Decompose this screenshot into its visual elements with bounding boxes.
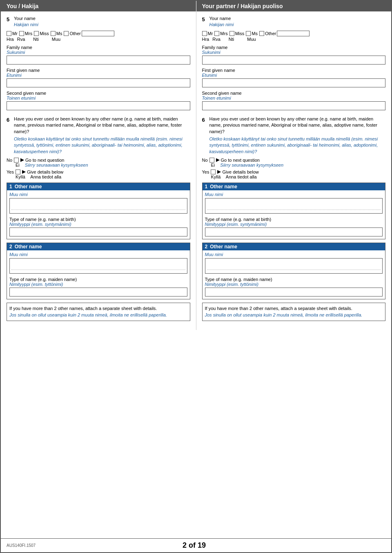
family-name-input-right[interactable] [202,56,386,65]
mr-label-left: Mr [12,31,18,36]
mr-checkbox-left[interactable] [7,31,11,36]
note-left: If you have more than 2 other names, att… [7,303,190,321]
mrs-checkbox-left[interactable] [19,31,24,36]
type-label-1-left: Type of name (e.g. name at birth) Nimity… [9,217,187,227]
header-right: Your partner / Hakijan puoliso [196,1,392,11]
other-input-left[interactable] [82,31,114,36]
other-name-1-input-right[interactable] [205,198,383,214]
other-name-1-header-right: 1 Other name [203,183,385,190]
other-input-right[interactable] [277,31,310,36]
ms-item-right: Ms [246,31,258,36]
q5-label-fi-right: Hakijan nimi [209,22,386,28]
mr-checkbox-right[interactable] [202,31,207,36]
rva-label-left: Rva [17,37,25,42]
other-checkbox-right[interactable] [259,31,264,36]
miss-label-left: Miss [40,31,49,36]
no-row-left: No ▶ Go to next question [7,157,190,163]
rva-label-right: Rva [212,37,220,42]
other-name-2-header-right: 2 Other name [203,243,385,250]
first-given-input-right[interactable] [202,78,386,87]
family-name-input-left[interactable] [7,56,190,65]
mr-item-left: Mr [7,31,18,36]
other-checkbox-left[interactable] [64,31,69,36]
note-right: If you have more than 2 other names, att… [202,303,386,321]
yes-fi-right: Kyllä [211,174,221,179]
second-given-fi-right: Toinen etunimi [202,96,231,100]
type-input-2-left[interactable] [9,288,187,297]
type-en-1-right: Type of name (e.g. name at birth) [205,217,272,222]
right-column: 5 Your name Hakijan nimi Mr [196,11,392,330]
yes-en-right: Yes [202,169,209,174]
ms-checkbox-left[interactable] [51,31,56,36]
other-name-2-header-left: 2 Other name [7,243,190,250]
q6-right: 6 Have you ever used or been known by an… [202,116,386,321]
label-en-2-right: Other name [210,244,237,250]
other-name-1-body-left: Muu nimi Type of name (e.g. name at birt… [7,190,190,239]
q6-left-text: Have you ever used or been known by any … [14,116,190,155]
other-name-1-input-left[interactable] [9,198,187,214]
type-input-1-right[interactable] [205,227,383,236]
no-en-left: No [7,158,12,163]
second-given-input-left[interactable] [7,101,190,110]
q6-text-fi-left: Oletko koskaan käyttänyt tai onko sinut … [14,136,190,155]
mr-label-right: Mr [208,31,213,36]
yes-checkbox-left[interactable] [16,169,20,174]
mrs-item-right: Mrs [214,31,227,36]
page: You / Hakija Your partner / Hakijan puol… [0,0,392,553]
other-name-1-left: 1 Other name Muu nimi Type of name (e.g.… [7,183,190,239]
family-name-label-left: Family name Sukunimi [7,45,190,55]
note-en-right: If you have more than 2 other names, att… [205,306,352,311]
type-input-1-left[interactable] [9,227,187,236]
other-name-2-input-left[interactable] [9,258,187,274]
no-fi-row-left: Ei Siirry seuraavaan kysymykseen [16,163,190,167]
other-name-1-header-left: 1 Other name [7,183,190,190]
yes-checkbox-right[interactable] [211,169,216,174]
family-name-en-right: Family name [202,45,228,50]
ms-label-right: Ms [252,31,258,36]
ms-checkbox-right[interactable] [246,31,251,36]
type-input-2-right[interactable] [205,288,383,297]
title-row-left: Mr Mrs Miss Ms [7,31,190,42]
mrs-checkbox-right[interactable] [214,31,219,36]
badge-1-left: 1 [9,184,12,190]
label-en-2-left: Other name [15,244,42,250]
type-fi-1-left: Nimityyppi (esim. syntymänimi) [9,222,71,227]
q5-label-fi: Hakijan nimi [14,22,190,28]
second-given-input-right[interactable] [202,101,386,110]
yes-goto-fi-right: Anna tiedot alla [226,174,257,179]
q6-text-fi-right: Oletko koskaan käyttänyt tai onko sinut … [209,136,386,155]
first-given-en-left: First given name [7,68,40,73]
q5-right: 5 Your name Hakijan nimi Mr [202,16,386,110]
no-checkbox-right[interactable] [209,158,214,163]
first-given-input-left[interactable] [7,78,190,87]
other-name-2-input-right[interactable] [205,258,383,274]
yes-en-left: Yes [7,169,14,174]
no-fi-right: Ei [211,163,215,167]
q6-text-en-right: Have you ever used or been known by any … [209,116,386,135]
title-checkboxes-left: Mr Mrs Miss Ms [7,31,190,36]
second-given-label-right: Second given name Toinen etunimi [202,91,386,100]
family-name-fi-right: Sukunimi [202,50,220,55]
second-given-en-left: Second given name [7,91,46,96]
type-fi-1-right: Nimityyppi (esim. syntymänimi) [205,222,267,227]
note-fi-left: Jos sinulla on ollut useampia kuin 2 muu… [9,312,167,317]
other-label-left: Other [69,31,81,36]
no-checkbox-left[interactable] [14,158,19,163]
q6-left-number: 6 [7,117,9,123]
miss-checkbox-right[interactable] [229,31,234,36]
other-name-2-right: 2 Other name Muu nimi Type of name (e.g.… [202,243,386,299]
q5-label-en-right: Your name [209,16,386,22]
type-label-1-right: Type of name (e.g. name at birth) Nimity… [205,217,383,227]
label-en-1-right: Other name [210,184,237,190]
second-given-label-left: Second given name Toinen etunimi [7,91,190,100]
first-given-en-right: First given name [202,68,235,73]
ms-label-left: Ms [56,31,62,36]
miss-checkbox-left[interactable] [34,31,39,36]
other-item-left: Other [64,31,114,36]
doc-id: AUS140FI.1507 [7,543,36,548]
type-en-2-left: Type of name (e.g. maiden name) [9,277,77,282]
no-row-right: No ▶ Go to next question [202,157,386,163]
other-name-1-right: 1 Other name Muu nimi Type of name (e.g.… [202,183,386,239]
badge-2-right: 2 [205,244,208,250]
no-goto-fi-right: Siirry seuraavaan kysymykseen [220,163,283,167]
